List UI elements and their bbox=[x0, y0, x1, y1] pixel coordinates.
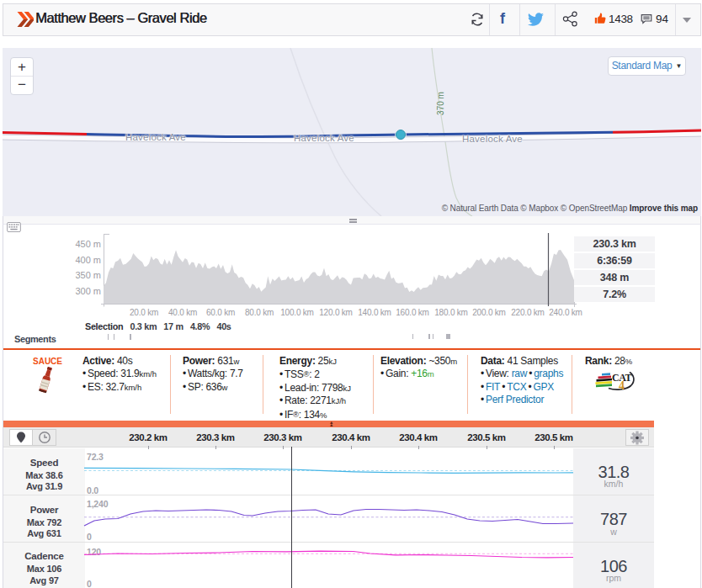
svg-text:370 m: 370 m bbox=[436, 92, 445, 115]
svg-text:4: 4 bbox=[619, 379, 625, 392]
